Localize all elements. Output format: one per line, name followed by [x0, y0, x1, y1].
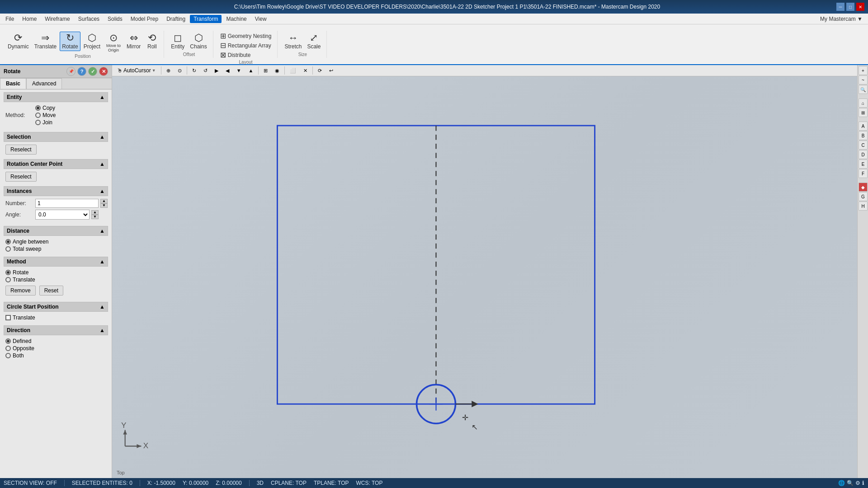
rp-btn-10[interactable]: E [859, 160, 868, 169]
ct-btn-5[interactable]: ▶ [212, 66, 222, 75]
menu-transform[interactable]: Transform [190, 15, 222, 23]
rotation-reselect-btn[interactable]: Reselect [5, 172, 37, 182]
ribbon-btn-translate[interactable]: ⇒ Translate [32, 32, 59, 51]
angle-select[interactable]: 0.0 45.0 90.0 180.0 360.0 [35, 210, 90, 220]
method-rotate-option[interactable]: Rotate [5, 269, 106, 276]
panel-pin-btn[interactable]: 📌 [66, 67, 75, 76]
ct-btn-14[interactable]: ↩ [326, 66, 336, 75]
number-spin-up[interactable]: ▲ [100, 199, 108, 203]
ribbon-btn-rotate[interactable]: ↻ Rotate [60, 32, 80, 51]
ribbon-btn-stretch[interactable]: ↔ Stretch [282, 32, 304, 51]
ribbon-btn-project[interactable]: ⬡ Project [81, 32, 103, 51]
ribbon-btn-move-origin[interactable]: ⊙ Move to Origin [104, 32, 123, 54]
tab-basic[interactable]: Basic [0, 78, 26, 89]
method-copy[interactable]: Copy [35, 105, 56, 111]
distance-total-sweep[interactable]: Total sweep [5, 246, 106, 252]
ct-btn-3[interactable]: ↻ [189, 66, 199, 75]
rp-btn-12[interactable]: G [859, 192, 868, 201]
ribbon-btn-dynamic[interactable]: ⟳ Dynamic [5, 32, 31, 51]
ribbon-btn-rectangular-array[interactable]: ⊟ Rectangular Array [218, 41, 274, 50]
section-entity-header[interactable]: Entity ▲ [4, 92, 108, 102]
menu-model-prep[interactable]: Model Prep [127, 15, 162, 23]
section-selection-header[interactable]: Selection ▲ [4, 132, 108, 142]
ct-btn-1[interactable]: ⊕ [163, 66, 174, 75]
rp-btn-4[interactable]: ⌂ [859, 99, 868, 108]
ct-btn-9[interactable]: ⊞ [260, 66, 271, 75]
number-input[interactable] [35, 199, 99, 208]
menu-solids[interactable]: Solids [104, 15, 126, 23]
status-info-icon[interactable]: ℹ [862, 480, 864, 486]
circle-translate-checkbox[interactable]: Translate [5, 314, 106, 321]
geometry-nesting-label: Geometry Nesting [228, 33, 272, 39]
section-direction-header[interactable]: Direction ▲ [4, 325, 108, 335]
section-method-header[interactable]: Method ▲ [4, 257, 108, 267]
panel-cancel-btn[interactable]: ✕ [99, 67, 108, 76]
distance-angle-between[interactable]: Angle between [5, 239, 106, 245]
section-distance-header[interactable]: Distance ▲ [4, 226, 108, 236]
panel-info-btn[interactable]: ? [77, 67, 86, 76]
rp-btn-13[interactable]: H [859, 202, 868, 211]
rp-btn-8[interactable]: C [859, 141, 868, 150]
direction-opposite[interactable]: Opposite [5, 345, 106, 352]
status-globe-icon[interactable]: 🌐 [838, 480, 845, 486]
ribbon-btn-scale[interactable]: ⤢ Scale [305, 32, 323, 51]
direction-defined[interactable]: Defined [5, 338, 106, 344]
ribbon-btn-mirror[interactable]: ⇔ Mirror [124, 32, 143, 51]
ribbon-btn-chains[interactable]: ⬡ Chains [188, 32, 209, 51]
minimize-button[interactable]: ─ [836, 3, 844, 11]
ribbon-btn-entity[interactable]: ◻ Entity [169, 32, 187, 51]
direction-both[interactable]: Both [5, 352, 106, 359]
toolbar-sep-1 [161, 66, 161, 75]
menu-view[interactable]: View [251, 15, 270, 23]
status-search-icon[interactable]: 🔍 [847, 480, 854, 486]
ct-autocursor-btn[interactable]: 🖱 AutoCursor ▼ [114, 66, 159, 75]
ribbon-btn-roll[interactable]: ⟲ Roll [144, 32, 160, 51]
section-rotation-header[interactable]: Rotation Center Point ▲ [4, 159, 108, 169]
rp-btn-9[interactable]: D [859, 150, 868, 159]
menu-home[interactable]: Home [19, 15, 40, 23]
ct-btn-6[interactable]: ◀ [222, 66, 232, 75]
rp-btn-3[interactable]: 🔍 [859, 85, 868, 94]
rp-btn-2[interactable]: ~ [859, 75, 868, 84]
ct-btn-4[interactable]: ↺ [200, 66, 211, 75]
method-move[interactable]: Move [35, 112, 56, 118]
angle-spin-down[interactable]: ▼ [91, 215, 99, 219]
menu-surfaces[interactable]: Surfaces [75, 15, 103, 23]
rp-btn-11[interactable]: F [859, 169, 868, 178]
ct-btn-11[interactable]: ⬜ [287, 66, 299, 75]
reset-btn[interactable]: Reset [39, 286, 63, 296]
rp-btn-6[interactable]: A [859, 122, 868, 131]
rp-btn-1[interactable]: + [859, 66, 868, 75]
method-join[interactable]: Join [35, 119, 56, 126]
ct-btn-13[interactable]: ⟳ [315, 66, 325, 75]
angle-spin-up[interactable]: ▲ [91, 210, 99, 215]
menu-file[interactable]: File [2, 15, 18, 23]
rp-btn-5[interactable]: ⊞ [859, 108, 868, 117]
ribbon-btn-distribute[interactable]: ⊠ Distribute [218, 51, 274, 60]
menu-machine[interactable]: Machine [222, 15, 250, 23]
rp-btn-7[interactable]: B [859, 131, 868, 140]
selection-reselect-btn[interactable]: Reselect [5, 145, 37, 155]
menu-drafting[interactable]: Drafting [163, 15, 189, 23]
remove-btn[interactable]: Remove [5, 286, 36, 296]
ribbon-btn-geometry-nesting[interactable]: ⊞ Geometry Nesting [218, 32, 274, 41]
rp-btn-red[interactable]: ◆ [859, 183, 868, 192]
ct-btn-7[interactable]: ▼ [233, 66, 245, 75]
menu-wireframe[interactable]: Wireframe [41, 15, 73, 23]
status-settings-icon[interactable]: ⚙ [855, 480, 860, 486]
maximize-button[interactable]: □ [846, 3, 854, 11]
ct-btn-8[interactable]: ▲ [245, 66, 257, 75]
close-button[interactable]: ✕ [856, 3, 864, 11]
ct-btn-10[interactable]: ◉ [272, 66, 283, 75]
method-translate-option[interactable]: Translate [5, 277, 106, 283]
action-btns-row: Remove Reset [5, 286, 106, 296]
ct-btn-2[interactable]: ⊙ [175, 66, 185, 75]
section-circle-start-header[interactable]: Circle Start Position ▲ [4, 302, 108, 312]
panel-ok-btn[interactable]: ✓ [88, 67, 97, 76]
number-spin-down[interactable]: ▼ [100, 203, 108, 208]
tab-advanced[interactable]: Advanced [26, 78, 62, 89]
ct-btn-12[interactable]: ✕ [300, 66, 311, 75]
my-mastercam[interactable]: My Mastercam ▼ [816, 15, 866, 23]
section-instances-header[interactable]: Instances ▲ [4, 186, 108, 196]
angle-between-radio [5, 239, 11, 244]
